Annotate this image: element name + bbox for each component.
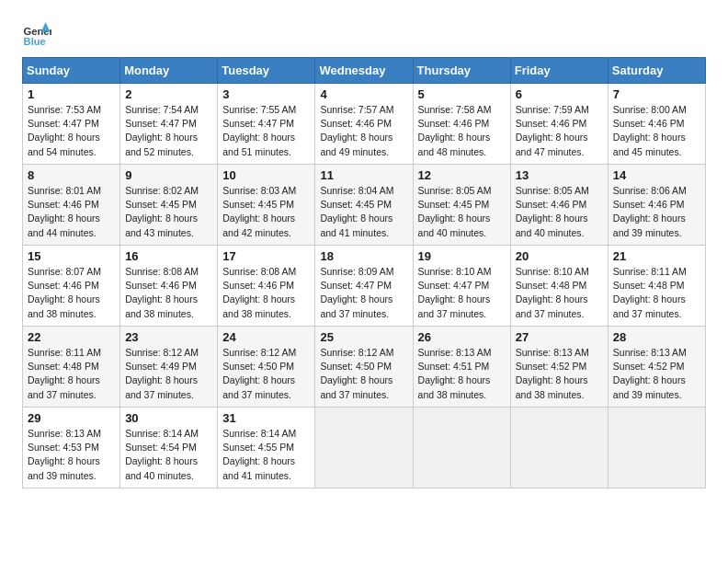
day-info: Sunrise: 7:58 AMSunset: 4:46 PMDaylight:… <box>418 103 506 159</box>
day-info: Sunrise: 8:10 AMSunset: 4:48 PMDaylight:… <box>516 265 603 321</box>
day-number: 23 <box>125 330 212 344</box>
day-info: Sunrise: 7:59 AMSunset: 4:46 PMDaylight:… <box>516 103 603 159</box>
calendar-cell: 28 Sunrise: 8:13 AMSunset: 4:52 PMDaylig… <box>608 327 705 408</box>
calendar-week-1: 1 Sunrise: 7:53 AMSunset: 4:47 PMDayligh… <box>23 84 706 165</box>
calendar-cell: 11 Sunrise: 8:04 AMSunset: 4:45 PMDaylig… <box>315 165 413 246</box>
day-info: Sunrise: 8:14 AMSunset: 4:54 PMDaylight:… <box>125 427 212 483</box>
day-number: 26 <box>418 330 506 344</box>
calendar-cell: 3 Sunrise: 7:55 AMSunset: 4:47 PMDayligh… <box>218 84 315 165</box>
day-info: Sunrise: 8:13 AMSunset: 4:53 PMDaylight:… <box>28 427 115 483</box>
day-header-wednesday: Wednesday <box>315 58 413 84</box>
day-info: Sunrise: 8:05 AMSunset: 4:46 PMDaylight:… <box>516 184 603 240</box>
day-number: 18 <box>320 249 407 263</box>
page-header: General Blue <box>22 18 706 48</box>
day-number: 10 <box>222 168 310 182</box>
day-info: Sunrise: 8:10 AMSunset: 4:47 PMDaylight:… <box>418 265 506 321</box>
day-number: 9 <box>125 168 212 182</box>
day-header-thursday: Thursday <box>413 58 510 84</box>
day-number: 28 <box>613 330 700 344</box>
day-info: Sunrise: 8:00 AMSunset: 4:46 PMDaylight:… <box>613 103 700 159</box>
day-number: 4 <box>320 87 407 101</box>
calendar-cell: 30 Sunrise: 8:14 AMSunset: 4:54 PMDaylig… <box>120 408 218 488</box>
calendar-cell: 15 Sunrise: 8:07 AMSunset: 4:46 PMDaylig… <box>23 246 120 327</box>
day-info: Sunrise: 8:13 AMSunset: 4:52 PMDaylight:… <box>516 346 603 402</box>
day-number: 13 <box>516 168 603 182</box>
calendar-cell: 22 Sunrise: 8:11 AMSunset: 4:48 PMDaylig… <box>23 327 120 408</box>
calendar-week-4: 22 Sunrise: 8:11 AMSunset: 4:48 PMDaylig… <box>23 327 706 408</box>
day-number: 11 <box>320 168 407 182</box>
calendar-cell: 2 Sunrise: 7:54 AMSunset: 4:47 PMDayligh… <box>120 84 218 165</box>
day-info: Sunrise: 8:02 AMSunset: 4:45 PMDaylight:… <box>125 184 212 240</box>
calendar-cell: 13 Sunrise: 8:05 AMSunset: 4:46 PMDaylig… <box>510 165 608 246</box>
day-info: Sunrise: 7:53 AMSunset: 4:47 PMDaylight:… <box>28 103 115 159</box>
calendar-cell: 5 Sunrise: 7:58 AMSunset: 4:46 PMDayligh… <box>413 84 510 165</box>
day-info: Sunrise: 8:12 AMSunset: 4:50 PMDaylight:… <box>320 346 407 402</box>
day-info: Sunrise: 8:03 AMSunset: 4:45 PMDaylight:… <box>222 184 310 240</box>
day-info: Sunrise: 8:09 AMSunset: 4:47 PMDaylight:… <box>320 265 407 321</box>
day-number: 21 <box>613 249 700 263</box>
day-info: Sunrise: 8:08 AMSunset: 4:46 PMDaylight:… <box>125 265 212 321</box>
calendar-cell: 12 Sunrise: 8:05 AMSunset: 4:45 PMDaylig… <box>413 165 510 246</box>
day-number: 15 <box>28 249 115 263</box>
calendar-week-5: 29 Sunrise: 8:13 AMSunset: 4:53 PMDaylig… <box>23 408 706 488</box>
calendar-cell: 29 Sunrise: 8:13 AMSunset: 4:53 PMDaylig… <box>23 408 120 488</box>
calendar-cell: 21 Sunrise: 8:11 AMSunset: 4:48 PMDaylig… <box>608 246 705 327</box>
day-number: 5 <box>418 87 506 101</box>
day-info: Sunrise: 8:12 AMSunset: 4:49 PMDaylight:… <box>125 346 212 402</box>
day-info: Sunrise: 8:08 AMSunset: 4:46 PMDaylight:… <box>222 265 310 321</box>
day-info: Sunrise: 7:55 AMSunset: 4:47 PMDaylight:… <box>222 103 310 159</box>
svg-text:Blue: Blue <box>24 36 46 47</box>
day-number: 29 <box>28 411 115 425</box>
calendar-week-2: 8 Sunrise: 8:01 AMSunset: 4:46 PMDayligh… <box>23 165 706 246</box>
day-number: 17 <box>222 249 310 263</box>
calendar-table: SundayMondayTuesdayWednesdayThursdayFrid… <box>22 57 706 488</box>
calendar-cell: 19 Sunrise: 8:10 AMSunset: 4:47 PMDaylig… <box>413 246 510 327</box>
day-info: Sunrise: 8:01 AMSunset: 4:46 PMDaylight:… <box>28 184 115 240</box>
day-number: 6 <box>516 87 603 101</box>
day-number: 7 <box>613 87 700 101</box>
calendar-cell: 23 Sunrise: 8:12 AMSunset: 4:49 PMDaylig… <box>120 327 218 408</box>
calendar-cell: 9 Sunrise: 8:02 AMSunset: 4:45 PMDayligh… <box>120 165 218 246</box>
calendar-cell: 1 Sunrise: 7:53 AMSunset: 4:47 PMDayligh… <box>23 84 120 165</box>
calendar-cell <box>510 408 608 488</box>
day-number: 2 <box>125 87 212 101</box>
day-number: 22 <box>28 330 115 344</box>
day-info: Sunrise: 7:54 AMSunset: 4:47 PMDaylight:… <box>125 103 212 159</box>
calendar-cell <box>413 408 510 488</box>
calendar-header-row: SundayMondayTuesdayWednesdayThursdayFrid… <box>23 58 706 84</box>
day-number: 20 <box>516 249 603 263</box>
calendar-cell: 26 Sunrise: 8:13 AMSunset: 4:51 PMDaylig… <box>413 327 510 408</box>
calendar-cell <box>608 408 705 488</box>
day-info: Sunrise: 8:11 AMSunset: 4:48 PMDaylight:… <box>28 346 115 402</box>
logo: General Blue <box>22 18 51 48</box>
calendar-cell: 7 Sunrise: 8:00 AMSunset: 4:46 PMDayligh… <box>608 84 705 165</box>
day-number: 14 <box>613 168 700 182</box>
day-number: 8 <box>28 168 115 182</box>
day-header-tuesday: Tuesday <box>218 58 315 84</box>
day-info: Sunrise: 8:12 AMSunset: 4:50 PMDaylight:… <box>222 346 310 402</box>
day-number: 25 <box>320 330 407 344</box>
day-header-monday: Monday <box>120 58 218 84</box>
day-header-saturday: Saturday <box>608 58 705 84</box>
day-number: 1 <box>28 87 115 101</box>
calendar-cell: 17 Sunrise: 8:08 AMSunset: 4:46 PMDaylig… <box>218 246 315 327</box>
calendar-cell: 18 Sunrise: 8:09 AMSunset: 4:47 PMDaylig… <box>315 246 413 327</box>
day-info: Sunrise: 8:06 AMSunset: 4:46 PMDaylight:… <box>613 184 700 240</box>
calendar-cell: 27 Sunrise: 8:13 AMSunset: 4:52 PMDaylig… <box>510 327 608 408</box>
day-number: 30 <box>125 411 212 425</box>
calendar-cell: 8 Sunrise: 8:01 AMSunset: 4:46 PMDayligh… <box>23 165 120 246</box>
day-number: 31 <box>222 411 310 425</box>
day-info: Sunrise: 8:13 AMSunset: 4:51 PMDaylight:… <box>418 346 506 402</box>
day-header-sunday: Sunday <box>23 58 120 84</box>
calendar-cell: 10 Sunrise: 8:03 AMSunset: 4:45 PMDaylig… <box>218 165 315 246</box>
calendar-cell: 31 Sunrise: 8:14 AMSunset: 4:55 PMDaylig… <box>218 408 315 488</box>
calendar-cell: 4 Sunrise: 7:57 AMSunset: 4:46 PMDayligh… <box>315 84 413 165</box>
calendar-cell: 6 Sunrise: 7:59 AMSunset: 4:46 PMDayligh… <box>510 84 608 165</box>
day-number: 3 <box>222 87 310 101</box>
calendar-cell <box>315 408 413 488</box>
calendar-cell: 16 Sunrise: 8:08 AMSunset: 4:46 PMDaylig… <box>120 246 218 327</box>
day-info: Sunrise: 8:07 AMSunset: 4:46 PMDaylight:… <box>28 265 115 321</box>
day-info: Sunrise: 8:05 AMSunset: 4:45 PMDaylight:… <box>418 184 506 240</box>
calendar-cell: 14 Sunrise: 8:06 AMSunset: 4:46 PMDaylig… <box>608 165 705 246</box>
day-info: Sunrise: 8:13 AMSunset: 4:52 PMDaylight:… <box>613 346 700 402</box>
